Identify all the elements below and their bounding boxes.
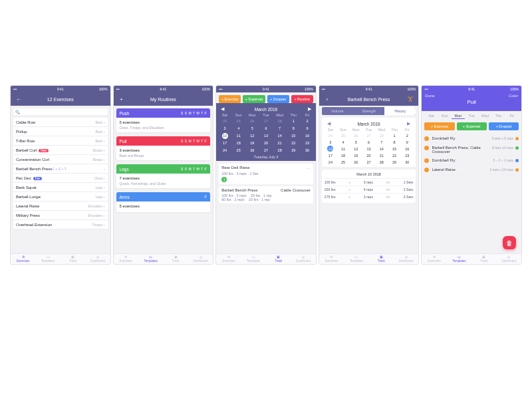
routine-card[interactable]: PullS S M T W T F 3 exercisesBack and Bi… xyxy=(116,136,211,160)
tab-templates[interactable]: ▭Templates xyxy=(35,254,60,264)
calendar-day[interactable]: 25 xyxy=(337,132,349,138)
calendar-day[interactable]: 18 xyxy=(337,152,349,158)
calendar-day[interactable]: 10 xyxy=(218,132,231,139)
tab-exercises[interactable]: ⚙Exercises xyxy=(216,254,241,264)
calendar-day[interactable]: 5 xyxy=(350,139,362,145)
calendar-day[interactable]: 5 xyxy=(246,125,259,132)
seg-volume[interactable]: Volume xyxy=(322,107,353,115)
calendar-day[interactable]: 24 xyxy=(218,147,231,154)
calendar-day[interactable]: 22 xyxy=(388,152,400,158)
seg-history[interactable]: History xyxy=(384,107,416,115)
calendar-day[interactable]: 2 xyxy=(401,132,413,138)
calendar-day[interactable]: 3 xyxy=(325,139,336,145)
day-tab[interactable]: Mon xyxy=(452,114,465,119)
calendar-day[interactable]: 19 xyxy=(350,152,362,158)
tab-exercises[interactable]: ⚙Exercises xyxy=(11,254,35,264)
routine-exercise-row[interactable]: Dumbbell Fly 5 – 2 – 1 reps xyxy=(424,156,519,166)
routine-card[interactable]: Arms F 5 exercises xyxy=(116,192,211,212)
calendar-day[interactable]: 15 xyxy=(388,146,400,152)
drag-handle-icon[interactable] xyxy=(424,158,429,163)
workout-card[interactable]: Rear Delt Raise⋯ 100 lbs · 3 reps · 1 Se… xyxy=(219,164,313,184)
tab-exercises[interactable]: ⚙Exercises xyxy=(422,254,446,264)
calendar-day[interactable]: 18 xyxy=(232,140,245,146)
add-superset-button[interactable]: + Superset xyxy=(243,95,265,103)
day-tab[interactable]: Sun xyxy=(438,114,452,119)
calendar-day[interactable]: 3 xyxy=(218,125,231,132)
calendar-day[interactable]: 24 xyxy=(325,132,336,138)
seg-strength[interactable]: Strength xyxy=(353,107,384,115)
calendar-day[interactable]: 21 xyxy=(376,152,388,158)
tab-templates[interactable]: ▭Templates xyxy=(241,254,266,264)
calendar-day[interactable]: 30 xyxy=(301,147,314,154)
calendar-day[interactable]: 20 xyxy=(362,152,374,158)
tab-track[interactable]: ▣Track xyxy=(163,254,188,264)
tab-track[interactable]: ▣Track xyxy=(471,254,496,264)
add-routine-button[interactable]: + Routine xyxy=(291,95,313,103)
calendar-day[interactable]: 7 xyxy=(376,139,388,145)
routine-card[interactable]: LegsS S M T W T F 7 exercisesQuads, Hams… xyxy=(116,164,211,188)
calendar-day[interactable]: 30 xyxy=(401,159,413,165)
exercise-row[interactable]: Cable RowBack › xyxy=(13,118,108,127)
calendar-day[interactable]: 17 xyxy=(218,140,231,146)
calendar-day[interactable]: 14 xyxy=(376,146,388,152)
drag-handle-icon[interactable] xyxy=(424,146,429,150)
calendar-day[interactable]: 26 xyxy=(350,159,362,165)
calendar-day[interactable]: 23 xyxy=(301,140,314,146)
tab-track[interactable]: ▣Track xyxy=(369,254,394,264)
calendar-day[interactable]: 12 xyxy=(246,132,259,139)
calendar-day[interactable]: 11 xyxy=(337,146,349,152)
calendar-day[interactable]: 7 xyxy=(273,125,287,132)
exercise-row[interactable]: Barbell LungeLegs › xyxy=(13,192,108,201)
calendar-day[interactable]: 27 xyxy=(362,132,374,138)
prev-month-icon[interactable]: ◀ xyxy=(327,121,331,126)
drag-handle-icon[interactable] xyxy=(424,168,429,172)
weight-icon[interactable]: 🏋 xyxy=(404,92,417,106)
calendar-day[interactable]: 27 xyxy=(259,147,273,154)
prev-month-icon[interactable]: ◀ xyxy=(221,106,224,112)
calendar-day[interactable]: 6 xyxy=(259,125,273,132)
calendar-day[interactable]: 16 xyxy=(301,132,314,139)
calendar-day[interactable]: 10 xyxy=(325,146,336,152)
calendar-day[interactable]: 24 xyxy=(325,159,336,165)
routine-exercise-row[interactable]: Dumbbell Fly 5 sets x 5 reps xyxy=(424,134,519,144)
tab-dashboard[interactable]: ◎Dashboard xyxy=(394,254,418,264)
tab-templates[interactable]: ▭Templates xyxy=(447,254,471,264)
calendar-day[interactable]: 28 xyxy=(376,159,388,165)
calendar-day[interactable]: 6 xyxy=(362,139,374,145)
drag-handle-icon[interactable] xyxy=(424,136,429,141)
day-tab[interactable]: Tue xyxy=(465,114,478,119)
calendar-day[interactable]: 26 xyxy=(246,147,259,154)
day-tab[interactable]: Wed xyxy=(478,114,491,119)
search-input[interactable]: 🔍 xyxy=(13,108,108,115)
calendar-day[interactable]: 13 xyxy=(259,132,273,139)
calendar-day[interactable]: 9 xyxy=(401,139,413,145)
exercise-row[interactable]: Military PressShoulders › xyxy=(13,211,108,220)
next-month-icon[interactable]: ▶ xyxy=(308,106,311,112)
tab-exercises[interactable]: ⚙Exercises xyxy=(319,254,344,264)
exercise-row[interactable]: Overhead ExtensionTriceps › xyxy=(13,220,108,229)
calendar-day[interactable]: 27 xyxy=(259,118,273,124)
add-icon[interactable]: + xyxy=(115,92,128,106)
routine-card[interactable]: PushS S M T W T F 5 exercisesChest, Tric… xyxy=(116,108,211,132)
exercise-row[interactable]: T-Bar RowBack › xyxy=(13,136,108,146)
calendar-day[interactable]: 8 xyxy=(287,125,300,132)
routine-exercise-row[interactable]: Lateral Raise 2 sets x 10 reps xyxy=(424,166,519,175)
day-tab[interactable]: Fri xyxy=(505,114,519,119)
add-exercise-button[interactable]: + Exercise xyxy=(219,95,241,103)
calendar-day[interactable]: 20 xyxy=(259,140,273,146)
calendar-day[interactable]: 17 xyxy=(325,152,336,158)
calendar-day[interactable]: 29 xyxy=(388,159,400,165)
calendar-day[interactable]: 2 xyxy=(301,118,314,124)
calendar-day[interactable]: 1 xyxy=(287,118,300,124)
calendar-day[interactable]: 28 xyxy=(273,118,287,124)
calendar-day[interactable]: 28 xyxy=(376,132,388,138)
calendar-day[interactable]: 29 xyxy=(287,147,300,154)
done-button[interactable]: Done xyxy=(423,94,436,98)
day-tab[interactable]: Sat xyxy=(424,114,438,119)
tab-exercises[interactable]: ⚙Exercises xyxy=(114,254,138,264)
exercise-row[interactable]: Barbell Bench PressC + S + T › xyxy=(13,164,108,174)
calendar-day[interactable]: 22 xyxy=(287,140,300,146)
calendar-day[interactable]: 1 xyxy=(388,132,400,138)
exercise-row[interactable]: Concentration CurlBiceps › xyxy=(13,155,108,164)
exercise-row[interactable]: Barbell CurlNewBiceps › xyxy=(13,146,108,155)
